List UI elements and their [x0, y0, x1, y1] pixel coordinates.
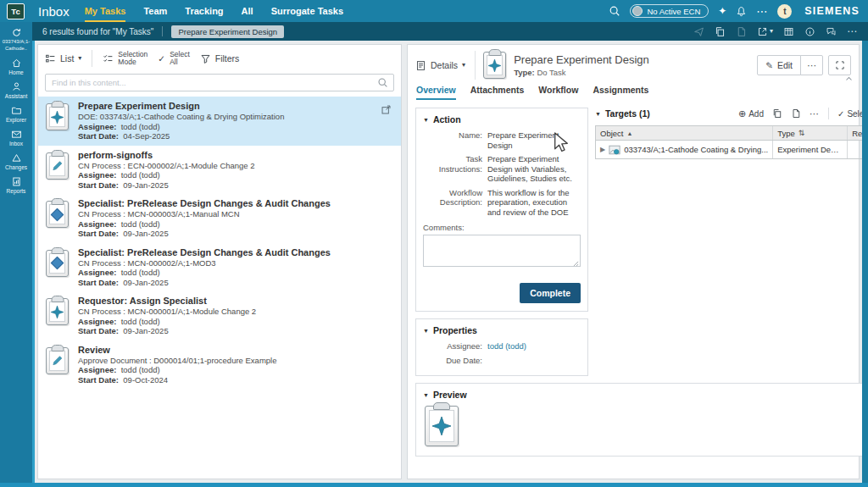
active-ecn-status[interactable]: No Active ECN [630, 4, 709, 18]
resize-handle[interactable] [573, 261, 579, 267]
page-title: Inbox [38, 4, 70, 19]
task-list-item[interactable]: Prepare Experiment Design DOE: 033743/A;… [38, 97, 401, 146]
details-view-button[interactable]: Details ▾ [415, 51, 476, 80]
workflow-description-value: This workflow is for the preparation, ex… [487, 188, 581, 218]
tab-surrogate-tasks[interactable]: Surrogate Tasks [271, 0, 343, 22]
start-date-value: 09-Jan-2025 [123, 326, 168, 335]
assignee-label: Assignee: [78, 122, 116, 131]
sidebar-item-label: Inbox [9, 141, 23, 147]
sidebar-item-inbox[interactable]: Inbox [0, 125, 32, 149]
task-title: Requestor: Assign Specialist [78, 296, 256, 307]
task-clipboard-star-icon [46, 103, 69, 130]
share-icon[interactable] [693, 26, 704, 37]
selection-mode-icon [103, 53, 114, 64]
complete-button[interactable]: Complete [520, 283, 581, 303]
assignee-link[interactable]: todd (todd) [487, 341, 581, 351]
preview-section-header[interactable]: ▼ Preview [423, 390, 868, 400]
search-input[interactable] [45, 74, 394, 91]
top-navigation-bar: Tc Inbox My Tasks Team Tracking All Surr… [0, 0, 868, 22]
target-row[interactable]: ▶ 033743/A;1-Cathode Coating & Drying...… [596, 141, 868, 158]
properties-section-header[interactable]: ▼ Properties [423, 325, 581, 335]
column-header-object[interactable]: Object ▲ [596, 126, 773, 140]
add-target-button[interactable]: ⊕ Add [738, 108, 764, 119]
task-clipboard-star-icon [46, 298, 69, 325]
task-list-item[interactable]: Specialist: PreRelease Design Changes & … [38, 194, 401, 243]
home-icon [11, 58, 22, 69]
assignee-label: Assignee: [78, 365, 116, 374]
action-section-header[interactable]: ▼ Action [423, 114, 581, 125]
fullscreen-button[interactable] [828, 55, 851, 75]
selected-task-chip[interactable]: Prepare Experiment Design [171, 25, 284, 38]
selection-mode-button[interactable]: SelectionMode [103, 51, 147, 67]
comments-textarea[interactable] [423, 235, 581, 267]
copy-icon[interactable] [715, 26, 726, 37]
caret-down-icon: ▾ [770, 28, 773, 35]
sidebar-item-assistant[interactable]: Assistant [0, 78, 32, 102]
task-clipboard-diamond-icon [46, 250, 69, 277]
toolbar-divider [92, 50, 92, 67]
select-all-label: SelectAll [170, 51, 190, 67]
edit-button[interactable]: ✎ Edit [757, 55, 801, 75]
user-avatar[interactable]: t [777, 4, 792, 19]
target-object-name: 033743/A;1-Cathode Coating & Drying... [624, 145, 768, 154]
tab-workflow[interactable]: Workflow [538, 85, 578, 100]
task-clipboard-pencil-icon [46, 152, 69, 180]
fullscreen-icon [835, 60, 845, 70]
task-title: Specialist: PreRelease Design Changes & … [78, 198, 331, 209]
info-icon[interactable] [804, 26, 815, 37]
start-date-value: 09-Jan-2025 [123, 229, 168, 238]
tab-overview[interactable]: Overview [416, 85, 456, 100]
section-title: Targets (1) [605, 108, 650, 119]
filters-button[interactable]: Filters [200, 53, 240, 64]
expand-row-icon[interactable]: ▶ [600, 146, 605, 153]
sidebar-item-home[interactable]: Home [0, 54, 32, 78]
overview-content: ▼ Action Name: Prepare Experiment Design… [408, 100, 859, 464]
application-window: Tc Inbox My Tasks Team Tracking All Surr… [0, 0, 868, 487]
open-with-icon[interactable]: ▾ [757, 26, 773, 37]
ai-sparkle-icon[interactable]: ✦ [718, 6, 726, 16]
collapse-chevron-icon[interactable] [845, 76, 853, 81]
tab-assignments[interactable]: Assignments [593, 85, 648, 100]
open-task-icon[interactable] [381, 104, 392, 115]
global-search-icon[interactable] [609, 5, 620, 17]
start-date-value: 09-Oct-2024 [123, 375, 168, 385]
tab-my-tasks[interactable]: My Tasks [85, 0, 126, 22]
view-mode-label: List [60, 53, 74, 64]
task-list-item[interactable]: Requestor: Assign Specialist CN Process … [38, 291, 401, 340]
sidebar-item-label: Changes [5, 164, 27, 170]
sidebar-item-reports[interactable]: Reports [0, 173, 32, 196]
tab-team[interactable]: Team [143, 0, 167, 22]
assignee-value: todd (todd) [121, 170, 160, 180]
search-icon[interactable] [377, 77, 388, 88]
sidebar-item-recent-object[interactable]: 033743/A;1- Cathode.. [0, 24, 32, 54]
column-header-type[interactable]: Type ⇅ [773, 126, 848, 140]
sidebar-item-changes[interactable]: Changes [0, 149, 32, 173]
select-all-button[interactable]: ✓ SelectAll [158, 51, 189, 67]
name-label: Name: [423, 130, 482, 150]
section-collapse-icon[interactable]: ▼ [595, 111, 601, 117]
details-more-button[interactable]: ⋯ [800, 55, 823, 75]
filters-funnel-icon [200, 53, 211, 64]
task-list-item[interactable]: Review Approve Document : D000014/01;1-p… [38, 340, 401, 390]
task-list-item[interactable]: Specialist: PreRelease Design Changes & … [38, 243, 401, 292]
copy-icon[interactable] [772, 108, 782, 119]
topbar-more-icon[interactable]: ⋯ [756, 5, 768, 18]
action-section: ▼ Action Name: Prepare Experiment Design… [415, 108, 588, 312]
toolbar-more-icon[interactable]: ⋯ [847, 25, 858, 37]
table-view-icon[interactable] [783, 26, 794, 37]
preview-task-icon [425, 406, 459, 446]
sidebar-item-explorer[interactable]: Explorer [0, 102, 32, 125]
tab-attachments[interactable]: Attachments [470, 85, 525, 100]
notifications-bell-icon[interactable] [736, 6, 747, 17]
topbar-actions: No Active ECN ✦ ⋯ t SIEMENS [609, 4, 860, 19]
targets-more-icon[interactable]: ⋯ [810, 108, 820, 119]
tab-tracking[interactable]: Tracking [185, 0, 223, 22]
details-header: Details ▾ Prepare Experiment Design Type… [408, 45, 859, 82]
tab-all[interactable]: All [242, 0, 253, 22]
paste-icon[interactable] [736, 26, 747, 37]
teamcenter-logo[interactable]: Tc [7, 3, 25, 19]
paste-icon[interactable] [791, 108, 801, 119]
feedback-icon[interactable] [826, 26, 837, 37]
task-list-item[interactable]: perform-signoffs CN Process : ECN-000002… [38, 146, 401, 195]
view-mode-button[interactable]: List ▾ [45, 53, 81, 64]
